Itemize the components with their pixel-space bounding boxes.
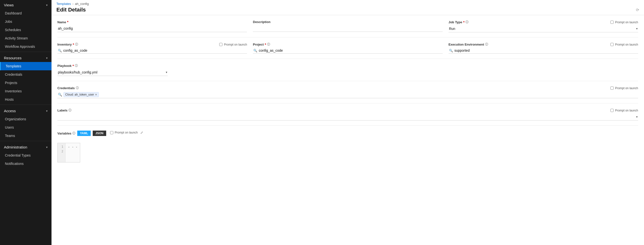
form-row-playbook: Playbook * ⓘ playbooks/hub_config.yml ▾ (58, 64, 638, 81)
sidebar-section-resources[interactable]: Resources ▾ (0, 53, 52, 62)
sidebar-access-chevron: ▾ (46, 109, 48, 113)
breadcrumb-parent[interactable]: Templates (56, 2, 71, 6)
toggle-json-button[interactable]: JSON (93, 131, 106, 136)
form-row-labels: Labels ⓘ Prompt on launch ▾ (58, 108, 638, 126)
sidebar-views-label: Views (4, 3, 14, 7)
page-title: Edit Details (56, 6, 86, 13)
info-credentials-icon[interactable]: ⓘ (76, 86, 79, 90)
info-labels-icon[interactable]: ⓘ (68, 108, 71, 112)
info-playbook-icon[interactable]: ⓘ (75, 64, 78, 68)
sidebar-administration-chevron: ▾ (46, 146, 48, 149)
credential-tag-remove[interactable]: ✕ (95, 93, 97, 96)
prompt-checkbox-exec-env[interactable] (610, 43, 614, 46)
label-job-type: Job Type * ⓘ (448, 20, 469, 24)
sidebar-administration-label: Administration (4, 145, 27, 149)
sidebar-item-templates[interactable]: Templates (0, 62, 52, 70)
sidebar-resources-chevron: ▾ (46, 56, 48, 60)
code-editor-variables[interactable]: 1 2 - - - (58, 143, 80, 162)
toggle-yaml-button[interactable]: YAML (77, 131, 91, 136)
prompt-check-credentials[interactable]: Prompt on launch (610, 86, 638, 90)
sidebar-item-schedules[interactable]: Schedules (0, 26, 52, 34)
cred-input-wrap: 🔍 Cloud: ah_token_user ✕ (58, 91, 638, 98)
history-icon[interactable]: ⟳ (636, 7, 639, 12)
sidebar-item-dashboard[interactable]: Dashboard (0, 9, 52, 17)
form-row-credentials: Credentials ⓘ Prompt on launch 🔍 Cloud: … (58, 86, 638, 103)
sidebar-item-credential-types[interactable]: Credential Types (0, 151, 52, 160)
info-exec-env-icon[interactable]: ⓘ (485, 42, 488, 46)
breadcrumb-separator: › (72, 2, 73, 6)
input-description[interactable] (253, 25, 442, 32)
prompt-check-job-type[interactable]: Prompt on launch (610, 20, 638, 24)
sidebar-access-label: Access (4, 109, 16, 113)
prompt-checkbox-variables[interactable] (110, 131, 113, 134)
code-body[interactable]: - - - (66, 143, 80, 162)
prompt-checkbox-inventory[interactable] (219, 43, 222, 46)
sidebar-item-projects[interactable]: Projects (0, 79, 52, 87)
select-job-type-input[interactable]: Run Check (449, 27, 636, 31)
select-wrap-labels: ▾ (58, 113, 638, 121)
field-description: Description (253, 20, 442, 32)
select-playbook-input[interactable]: playbooks/hub_config.yml (58, 70, 166, 74)
sidebar-resources-label: Resources (4, 56, 22, 60)
variables-right: Prompt on launch ⤢ (110, 131, 143, 135)
sidebar-item-inventories[interactable]: Inventories (0, 87, 52, 95)
select-playbook-arrow: ▾ (166, 71, 167, 74)
search-icon-credentials: 🔍 (58, 93, 62, 97)
inventory-header-row: Inventory * ⓘ Prompt on launch (58, 42, 247, 46)
input-inventory[interactable] (63, 48, 246, 52)
input-exec-env[interactable] (454, 48, 638, 52)
label-name: Name * (58, 20, 247, 24)
breadcrumb-current: ah_config (75, 2, 89, 6)
sidebar: Views ▾ Dashboard Jobs Schedules Activit… (0, 0, 52, 245)
exec-env-header-row: Execution Environment ⓘ Prompt on launch (448, 42, 638, 46)
required-project: * (264, 43, 266, 46)
field-execution-env: Execution Environment ⓘ Prompt on launch… (448, 42, 638, 54)
label-project: Project * ⓘ (253, 42, 442, 46)
labels-header-row: Labels ⓘ Prompt on launch (58, 108, 638, 112)
sidebar-item-teams[interactable]: Teams (0, 132, 52, 140)
info-project-icon[interactable]: ⓘ (267, 42, 270, 46)
label-credentials: Credentials ⓘ (58, 86, 79, 90)
input-project[interactable] (259, 48, 442, 52)
sidebar-item-users[interactable]: Users (0, 123, 52, 132)
credential-tag: Cloud: ah_token_user ✕ (64, 92, 99, 97)
main-content: Templates › ah_config Edit Details ⟳ Nam… (52, 0, 644, 245)
required-name: * (67, 20, 68, 24)
form-row-name: Name * Description Job Type * ⓘ (58, 20, 638, 37)
prompt-check-inventory[interactable]: Prompt on launch (219, 43, 247, 46)
topbar: Templates › ah_config Edit Details ⟳ (52, 0, 644, 15)
select-labels-input[interactable] (58, 115, 636, 119)
info-inventory-icon[interactable]: ⓘ (75, 42, 78, 46)
info-job-type-icon[interactable]: ⓘ (466, 20, 468, 24)
sidebar-item-activity-stream[interactable]: Activity Stream (0, 34, 52, 42)
sidebar-item-hosts[interactable]: Hosts (0, 95, 52, 104)
sidebar-item-workflow-approvals[interactable]: Workflow Approvals (0, 42, 52, 51)
field-playbook: Playbook * ⓘ playbooks/hub_config.yml ▾ (58, 64, 168, 76)
sidebar-item-credentials[interactable]: Credentials (0, 70, 52, 79)
line-numbers: 1 2 (58, 143, 66, 162)
sidebar-item-organizations[interactable]: Organizations (0, 115, 52, 123)
label-execution-env: Execution Environment ⓘ (448, 42, 488, 46)
page-header-row: Edit Details ⟳ (56, 6, 639, 15)
sidebar-views-chevron: ▾ (46, 3, 48, 7)
select-job-type: Run Check ▾ (448, 25, 638, 32)
search-icon-project: 🔍 (253, 49, 257, 52)
prompt-check-labels[interactable]: Prompt on launch (610, 109, 638, 112)
required-job-type: * (463, 20, 464, 24)
sidebar-item-notifications[interactable]: Notifications (0, 160, 52, 168)
prompt-checkbox-credentials[interactable] (610, 86, 614, 90)
sidebar-section-access[interactable]: Access ▾ (0, 106, 52, 115)
sidebar-item-jobs[interactable]: Jobs (0, 17, 52, 26)
sidebar-section-views[interactable]: Views ▾ (0, 0, 52, 9)
sidebar-section-administration[interactable]: Administration ▾ (0, 142, 52, 151)
required-playbook: * (72, 64, 74, 68)
required-inventory: * (73, 43, 74, 46)
info-variables-icon[interactable]: ⓘ (72, 131, 75, 135)
prompt-checkbox-job-type[interactable] (610, 20, 614, 24)
prompt-check-variables[interactable]: Prompt on launch (110, 131, 138, 134)
input-name[interactable] (58, 25, 247, 32)
label-inventory: Inventory * ⓘ (58, 42, 78, 46)
prompt-check-exec-env[interactable]: Prompt on launch (610, 43, 638, 46)
prompt-checkbox-labels[interactable] (610, 109, 614, 112)
expand-variables-icon[interactable]: ⤢ (140, 131, 143, 135)
